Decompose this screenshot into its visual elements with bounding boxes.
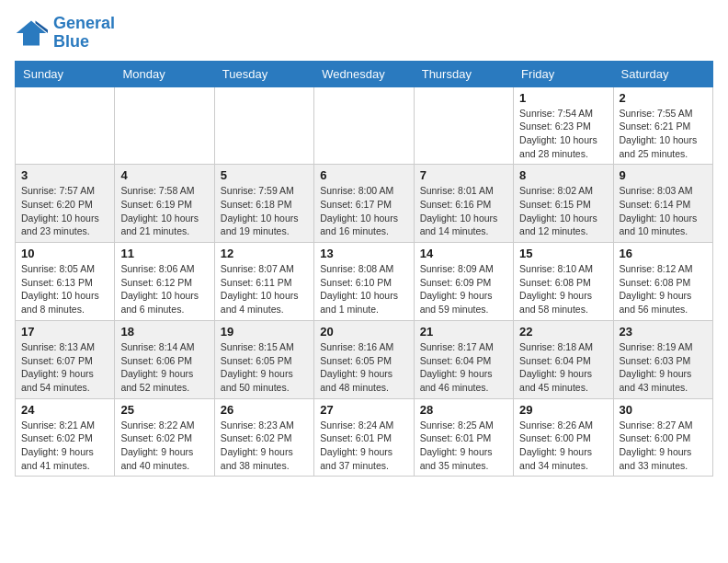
day-info: Sunrise: 8:00 AM Sunset: 6:17 PM Dayligh… bbox=[320, 184, 407, 238]
day-cell: 21Sunrise: 8:17 AM Sunset: 6:04 PM Dayli… bbox=[414, 320, 513, 398]
day-info: Sunrise: 8:08 AM Sunset: 6:10 PM Dayligh… bbox=[320, 262, 407, 316]
day-info: Sunrise: 8:23 AM Sunset: 6:02 PM Dayligh… bbox=[221, 419, 308, 473]
day-number: 23 bbox=[620, 325, 707, 339]
logo-text: General Blue bbox=[53, 15, 115, 52]
day-info: Sunrise: 8:10 AM Sunset: 6:08 PM Dayligh… bbox=[519, 262, 607, 316]
day-info: Sunrise: 8:18 AM Sunset: 6:04 PM Dayligh… bbox=[519, 340, 607, 395]
day-info: Sunrise: 8:25 AM Sunset: 6:01 PM Dayligh… bbox=[420, 419, 507, 473]
day-info: Sunrise: 8:24 AM Sunset: 6:01 PM Dayligh… bbox=[320, 419, 407, 473]
day-number: 24 bbox=[21, 403, 108, 417]
day-cell: 22Sunrise: 8:18 AM Sunset: 6:04 PM Dayli… bbox=[514, 320, 613, 398]
day-cell: 26Sunrise: 8:23 AM Sunset: 6:02 PM Dayli… bbox=[214, 398, 313, 477]
day-cell: 25Sunrise: 8:22 AM Sunset: 6:02 PM Dayli… bbox=[115, 398, 214, 477]
day-cell: 14Sunrise: 8:09 AM Sunset: 6:09 PM Dayli… bbox=[414, 243, 513, 321]
day-info: Sunrise: 8:14 AM Sunset: 6:06 PM Dayligh… bbox=[120, 340, 208, 395]
day-cell bbox=[314, 86, 414, 165]
weekday-header-row: SundayMondayTuesdayWednesdayThursdayFrid… bbox=[16, 61, 713, 86]
day-number: 3 bbox=[21, 168, 108, 182]
day-number: 26 bbox=[221, 403, 308, 417]
day-cell: 19Sunrise: 8:15 AM Sunset: 6:05 PM Dayli… bbox=[214, 320, 313, 398]
day-info: Sunrise: 8:15 AM Sunset: 6:05 PM Dayligh… bbox=[221, 340, 308, 395]
day-cell: 15Sunrise: 8:10 AM Sunset: 6:08 PM Dayli… bbox=[514, 243, 613, 321]
day-info: Sunrise: 8:19 AM Sunset: 6:03 PM Dayligh… bbox=[620, 340, 707, 395]
day-info: Sunrise: 8:03 AM Sunset: 6:14 PM Dayligh… bbox=[620, 184, 707, 238]
day-number: 1 bbox=[519, 91, 607, 105]
day-cell: 5Sunrise: 7:59 AM Sunset: 6:18 PM Daylig… bbox=[214, 165, 313, 243]
logo: General Blue bbox=[15, 15, 115, 52]
day-cell bbox=[414, 86, 513, 165]
day-number: 9 bbox=[620, 168, 707, 182]
day-cell: 2Sunrise: 7:55 AM Sunset: 6:21 PM Daylig… bbox=[613, 86, 712, 165]
day-info: Sunrise: 7:58 AM Sunset: 6:19 PM Dayligh… bbox=[120, 184, 208, 238]
weekday-header-wednesday: Wednesday bbox=[314, 61, 414, 86]
day-cell bbox=[115, 86, 214, 165]
day-cell: 24Sunrise: 8:21 AM Sunset: 6:02 PM Dayli… bbox=[16, 398, 115, 477]
day-number: 30 bbox=[620, 403, 707, 417]
day-info: Sunrise: 8:06 AM Sunset: 6:12 PM Dayligh… bbox=[120, 262, 208, 316]
day-number: 10 bbox=[21, 247, 108, 260]
day-number: 25 bbox=[120, 403, 208, 417]
day-cell: 10Sunrise: 8:05 AM Sunset: 6:13 PM Dayli… bbox=[16, 243, 115, 321]
weekday-header-tuesday: Tuesday bbox=[214, 61, 313, 86]
day-number: 18 bbox=[120, 325, 208, 339]
day-cell: 29Sunrise: 8:26 AM Sunset: 6:00 PM Dayli… bbox=[514, 398, 613, 477]
day-cell: 13Sunrise: 8:08 AM Sunset: 6:10 PM Dayli… bbox=[314, 243, 414, 321]
day-cell: 6Sunrise: 8:00 AM Sunset: 6:17 PM Daylig… bbox=[314, 165, 414, 243]
day-number: 29 bbox=[519, 403, 607, 417]
logo-icon bbox=[15, 17, 48, 50]
day-info: Sunrise: 7:59 AM Sunset: 6:18 PM Dayligh… bbox=[221, 184, 308, 238]
day-cell: 16Sunrise: 8:12 AM Sunset: 6:08 PM Dayli… bbox=[613, 243, 712, 321]
weekday-header-sunday: Sunday bbox=[16, 61, 115, 86]
day-info: Sunrise: 8:17 AM Sunset: 6:04 PM Dayligh… bbox=[420, 340, 507, 395]
day-cell: 4Sunrise: 7:58 AM Sunset: 6:19 PM Daylig… bbox=[115, 165, 214, 243]
day-info: Sunrise: 8:02 AM Sunset: 6:15 PM Dayligh… bbox=[519, 184, 607, 238]
day-cell: 8Sunrise: 8:02 AM Sunset: 6:15 PM Daylig… bbox=[514, 165, 613, 243]
week-row-5: 24Sunrise: 8:21 AM Sunset: 6:02 PM Dayli… bbox=[16, 398, 713, 477]
day-number: 27 bbox=[320, 403, 407, 417]
day-number: 11 bbox=[120, 247, 208, 260]
weekday-header-monday: Monday bbox=[115, 61, 214, 86]
day-number: 20 bbox=[320, 325, 407, 339]
day-info: Sunrise: 8:09 AM Sunset: 6:09 PM Dayligh… bbox=[420, 262, 507, 316]
day-info: Sunrise: 7:55 AM Sunset: 6:21 PM Dayligh… bbox=[620, 107, 707, 161]
calendar-table: SundayMondayTuesdayWednesdayThursdayFrid… bbox=[15, 61, 713, 477]
day-number: 4 bbox=[120, 168, 208, 182]
day-info: Sunrise: 8:01 AM Sunset: 6:16 PM Dayligh… bbox=[420, 184, 507, 238]
weekday-header-thursday: Thursday bbox=[414, 61, 513, 86]
day-cell: 11Sunrise: 8:06 AM Sunset: 6:12 PM Dayli… bbox=[115, 243, 214, 321]
day-cell: 12Sunrise: 8:07 AM Sunset: 6:11 PM Dayli… bbox=[214, 243, 313, 321]
day-number: 28 bbox=[420, 403, 507, 417]
day-number: 8 bbox=[519, 168, 607, 182]
day-cell: 27Sunrise: 8:24 AM Sunset: 6:01 PM Dayli… bbox=[314, 398, 414, 477]
day-info: Sunrise: 7:54 AM Sunset: 6:23 PM Dayligh… bbox=[519, 107, 607, 161]
day-number: 13 bbox=[320, 247, 407, 260]
day-number: 5 bbox=[221, 168, 308, 182]
day-cell: 9Sunrise: 8:03 AM Sunset: 6:14 PM Daylig… bbox=[613, 165, 712, 243]
day-info: Sunrise: 7:57 AM Sunset: 6:20 PM Dayligh… bbox=[21, 184, 108, 238]
day-cell: 28Sunrise: 8:25 AM Sunset: 6:01 PM Dayli… bbox=[414, 398, 513, 477]
day-info: Sunrise: 8:05 AM Sunset: 6:13 PM Dayligh… bbox=[21, 262, 108, 316]
day-cell: 20Sunrise: 8:16 AM Sunset: 6:05 PM Dayli… bbox=[314, 320, 414, 398]
day-number: 7 bbox=[420, 168, 507, 182]
header: General Blue bbox=[15, 15, 713, 52]
day-number: 2 bbox=[620, 91, 707, 105]
day-number: 17 bbox=[21, 325, 108, 339]
day-info: Sunrise: 8:07 AM Sunset: 6:11 PM Dayligh… bbox=[221, 262, 308, 316]
day-info: Sunrise: 8:21 AM Sunset: 6:02 PM Dayligh… bbox=[21, 419, 108, 473]
day-cell: 17Sunrise: 8:13 AM Sunset: 6:07 PM Dayli… bbox=[16, 320, 115, 398]
day-info: Sunrise: 8:26 AM Sunset: 6:00 PM Dayligh… bbox=[519, 419, 607, 473]
day-number: 6 bbox=[320, 168, 407, 182]
week-row-3: 10Sunrise: 8:05 AM Sunset: 6:13 PM Dayli… bbox=[16, 243, 713, 321]
day-cell: 30Sunrise: 8:27 AM Sunset: 6:00 PM Dayli… bbox=[613, 398, 712, 477]
day-number: 14 bbox=[420, 247, 507, 260]
day-info: Sunrise: 8:13 AM Sunset: 6:07 PM Dayligh… bbox=[21, 340, 108, 395]
day-info: Sunrise: 8:12 AM Sunset: 6:08 PM Dayligh… bbox=[620, 262, 707, 316]
weekday-header-friday: Friday bbox=[514, 61, 613, 86]
day-info: Sunrise: 8:27 AM Sunset: 6:00 PM Dayligh… bbox=[620, 419, 707, 473]
day-cell: 1Sunrise: 7:54 AM Sunset: 6:23 PM Daylig… bbox=[514, 86, 613, 165]
day-cell: 7Sunrise: 8:01 AM Sunset: 6:16 PM Daylig… bbox=[414, 165, 513, 243]
day-cell bbox=[16, 86, 115, 165]
weekday-header-saturday: Saturday bbox=[613, 61, 712, 86]
day-number: 12 bbox=[221, 247, 308, 260]
day-cell bbox=[214, 86, 313, 165]
